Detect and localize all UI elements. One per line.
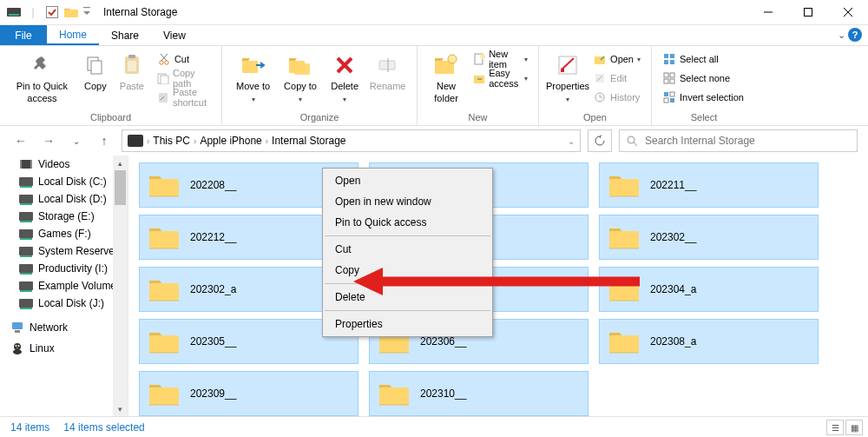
svg-rect-72 xyxy=(379,335,409,353)
open-button[interactable]: Open ▾ xyxy=(589,50,644,69)
nav-prod[interactable]: Productivity (I:) xyxy=(0,260,128,277)
copy-button[interactable]: Copy xyxy=(77,50,114,94)
svg-rect-71 xyxy=(149,335,179,353)
select-none-label: Select none xyxy=(680,73,730,83)
qat-checkbox-icon[interactable] xyxy=(43,3,62,22)
refresh-button[interactable] xyxy=(588,129,612,152)
nav-scrollbar[interactable]: ▴▾ xyxy=(113,156,128,416)
qat-dropdown[interactable] xyxy=(81,3,93,22)
maximize-button[interactable] xyxy=(788,0,828,25)
ctx-copy[interactable]: Copy xyxy=(323,260,492,281)
search-icon xyxy=(627,136,638,147)
ctx-properties[interactable]: Properties xyxy=(323,314,492,334)
nav-c[interactable]: Local Disk (C:) xyxy=(0,173,128,190)
paste-button[interactable]: Paste xyxy=(114,50,150,94)
forward-button[interactable]: → xyxy=(38,130,59,151)
tab-file[interactable]: File xyxy=(0,25,47,45)
nav-network[interactable]: Network xyxy=(0,319,128,336)
folder-tile[interactable]: 202310__ xyxy=(369,371,589,416)
rename-label: Rename xyxy=(370,80,406,92)
nav-linux[interactable]: Linux xyxy=(0,340,128,357)
crumb-location[interactable]: Internal Storage xyxy=(272,135,345,147)
folder-tile[interactable]: 202302__ xyxy=(599,215,819,260)
svg-rect-64 xyxy=(609,179,639,196)
back-button[interactable]: ← xyxy=(10,130,31,151)
nav-j[interactable]: Local Disk (J:) xyxy=(0,295,128,312)
folder-tile[interactable]: 202304_a xyxy=(599,267,819,312)
history-button[interactable]: History xyxy=(589,88,644,107)
svg-rect-55 xyxy=(30,160,32,169)
folder-grid[interactable]: 202208__202210__202211__202212__202302__… xyxy=(128,156,868,416)
invert-selection-button[interactable]: Invert selection xyxy=(659,88,747,107)
copy-label: Copy xyxy=(84,80,107,92)
ctx-delete[interactable]: Delete xyxy=(323,287,492,308)
qat-folder-icon[interactable] xyxy=(62,3,81,22)
select-all-button[interactable]: Select all xyxy=(659,50,747,69)
view-details-icon[interactable]: ☰ xyxy=(826,420,844,435)
pin-quick-access-button[interactable]: Pin to Quick access xyxy=(7,50,77,106)
copy-to-button[interactable]: Copy to ▾ xyxy=(277,50,324,108)
svg-point-59 xyxy=(13,349,22,354)
tab-home[interactable]: Home xyxy=(47,25,99,45)
nav-e[interactable]: Storage (E:) xyxy=(0,208,128,225)
group-organize-label: Organize xyxy=(222,112,417,125)
new-item-button[interactable]: New item ▾ xyxy=(470,50,531,69)
svg-rect-73 xyxy=(609,335,639,353)
folder-tile[interactable]: 202309__ xyxy=(139,371,358,416)
folder-tile[interactable]: 202211__ xyxy=(599,162,819,208)
svg-rect-12 xyxy=(128,55,135,58)
new-folder-label: New folder xyxy=(430,80,463,104)
ctx-pin-quick-access[interactable]: Pin to Quick access xyxy=(323,212,492,233)
search-input[interactable]: Search Internal Storage xyxy=(619,129,858,152)
crumb-device[interactable]: Apple iPhone xyxy=(200,135,261,147)
svg-rect-41 xyxy=(664,60,668,64)
ctx-open[interactable]: Open xyxy=(323,170,492,191)
copy-path-label: Copy path xyxy=(173,68,211,89)
recent-dropdown[interactable]: ⌄ xyxy=(66,130,87,151)
folder-name: 202310__ xyxy=(420,387,466,400)
properties-button[interactable]: Properties ▾ xyxy=(546,50,589,108)
cut-button[interactable]: Cut xyxy=(154,50,214,69)
ctx-cut[interactable]: Cut xyxy=(323,239,492,260)
nav-d[interactable]: Local Disk (D:) xyxy=(0,190,128,208)
svg-rect-74 xyxy=(149,387,179,405)
ribbon-collapse-icon[interactable]: ⌄ xyxy=(838,30,845,41)
svg-rect-65 xyxy=(149,231,179,248)
edit-button[interactable]: Edit xyxy=(589,69,644,88)
select-none-button[interactable]: Select none xyxy=(659,69,747,88)
svg-rect-4 xyxy=(83,7,90,8)
delete-label: Delete xyxy=(331,81,358,91)
nav-videos[interactable]: Videos xyxy=(0,156,128,173)
svg-point-51 xyxy=(628,136,635,143)
folder-name: 202208__ xyxy=(190,179,236,191)
easy-access-button[interactable]: Easy access ▾ xyxy=(470,69,531,88)
tab-share[interactable]: Share xyxy=(99,25,151,45)
up-button[interactable]: ↑ xyxy=(94,130,115,151)
svg-rect-49 xyxy=(664,98,668,103)
copy-path-button[interactable]: Copy path xyxy=(154,69,214,88)
view-tiles-icon[interactable]: ▦ xyxy=(845,420,863,435)
nav-f[interactable]: Games (F:) xyxy=(0,225,128,242)
paste-shortcut-button[interactable]: Paste shortcut xyxy=(154,88,214,107)
rename-button[interactable]: Rename xyxy=(365,50,410,94)
properties-label: Properties xyxy=(546,81,589,91)
folder-tile[interactable]: 202308_a xyxy=(599,319,819,364)
delete-button[interactable]: Delete ▾ xyxy=(324,50,365,108)
nav-ex[interactable]: Example Volume xyxy=(0,277,128,295)
folder-name: 202306__ xyxy=(420,335,466,348)
ctx-open-new-window[interactable]: Open in new window xyxy=(323,191,492,212)
nav-sys[interactable]: System Reserved xyxy=(0,242,128,260)
svg-line-17 xyxy=(161,54,167,61)
address-dropdown[interactable]: ⌄ xyxy=(568,136,575,146)
svg-point-31 xyxy=(480,54,485,59)
edit-label: Edit xyxy=(610,73,627,83)
minimize-button[interactable] xyxy=(748,0,788,25)
qat-separator: | xyxy=(23,3,43,22)
crumb-pc[interactable]: This PC xyxy=(153,135,190,147)
address-bar[interactable]: › This PC › Apple iPhone › Internal Stor… xyxy=(122,129,581,152)
new-folder-button[interactable]: New folder xyxy=(424,50,468,106)
tab-view[interactable]: View xyxy=(151,25,198,45)
close-button[interactable] xyxy=(828,0,868,25)
move-to-button[interactable]: Move to ▾ xyxy=(229,50,277,108)
help-icon[interactable]: ? xyxy=(848,28,862,42)
